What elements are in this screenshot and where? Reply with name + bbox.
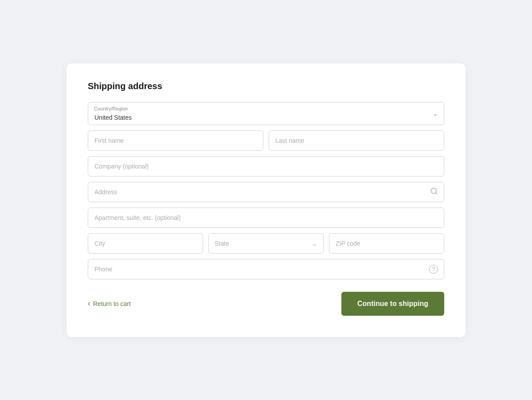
back-arrow-icon: ‹	[88, 299, 90, 308]
return-to-cart-button[interactable]: ‹ Return to cart	[88, 299, 131, 308]
form-actions: ‹ Return to cart Continue to shipping	[88, 292, 444, 316]
company-field	[88, 156, 444, 176]
continue-to-shipping-button[interactable]: Continue to shipping	[341, 292, 444, 316]
phone-field: ?	[88, 259, 444, 279]
country-select[interactable]: United States Canada United Kingdom Aust…	[88, 102, 444, 125]
city-field	[88, 233, 203, 254]
state-field: Alabama Alaska Arizona California Colora…	[208, 233, 324, 254]
last-name-input[interactable]	[269, 130, 444, 151]
company-input[interactable]	[88, 156, 444, 176]
zip-field	[329, 233, 444, 254]
city-state-zip-row: Alabama Alaska Arizona California Colora…	[88, 233, 444, 254]
apartment-field	[88, 208, 444, 228]
return-to-cart-label: Return to cart	[93, 300, 131, 307]
state-select[interactable]: Alabama Alaska Arizona California Colora…	[208, 233, 324, 254]
address-field	[88, 182, 444, 202]
zip-input[interactable]	[329, 233, 444, 254]
city-input[interactable]	[88, 233, 203, 254]
address-input[interactable]	[88, 182, 444, 202]
first-name-input[interactable]	[88, 130, 263, 151]
last-name-field	[269, 130, 444, 151]
first-name-field	[88, 130, 263, 151]
name-row	[88, 130, 444, 151]
shipping-form-card: Shipping address Country/Region United S…	[66, 63, 466, 337]
form-title: Shipping address	[88, 81, 444, 91]
phone-input[interactable]	[88, 259, 444, 279]
country-field: Country/Region United States Canada Unit…	[88, 102, 444, 125]
apartment-input[interactable]	[88, 208, 444, 228]
